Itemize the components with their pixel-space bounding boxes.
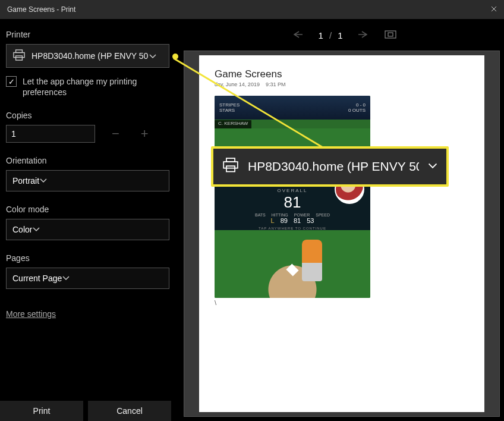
more-settings-link[interactable]: More settings <box>6 309 178 319</box>
copies-minus-button[interactable]: − <box>112 126 119 142</box>
stat-labels: BATS HITTING POWER SPEED <box>215 213 370 217</box>
chevron-down-icon <box>427 159 438 174</box>
chevron-down-icon <box>32 225 40 235</box>
doc-meta: day, June 14, 2019 9:31 PM <box>215 81 469 87</box>
svg-rect-7 <box>223 162 238 168</box>
print-sidebar: Printer HP8D3040.home (HP ENVY 50 ✓ Let … <box>0 19 184 421</box>
close-icon[interactable] <box>491 5 497 14</box>
autochange-label: Let the app change my printing preferenc… <box>23 76 178 98</box>
printer-label: Printer <box>6 30 178 39</box>
next-page-button[interactable] <box>358 30 369 40</box>
callout-text: HP8D3040.home (HP ENVY 50 <box>248 159 419 174</box>
colormode-label: Color mode <box>6 205 178 214</box>
printer-icon <box>222 158 240 176</box>
window-title: Game Screens - Print <box>7 5 491 14</box>
autochange-checkbox[interactable]: ✓ <box>6 76 17 87</box>
colormode-value: Color <box>12 225 32 234</box>
svg-rect-1 <box>14 52 24 57</box>
print-button[interactable]: Print <box>0 401 83 421</box>
printer-value: HP8D3040.home (HP ENVY 50 <box>32 51 148 61</box>
preview-pane: 1 / 1 Game Screens day, June 14, 2019 9:… <box>184 19 504 421</box>
printer-icon <box>12 49 26 63</box>
chevron-down-icon <box>62 274 70 284</box>
copies-input[interactable] <box>6 125 95 143</box>
doc-title: Game Screens <box>215 68 469 80</box>
pitcher-name: C. KERSHAW <box>215 120 251 128</box>
orientation-label: Orientation <box>6 156 178 165</box>
annotation-callout: HP8D3040.home (HP ENVY 50 <box>211 146 449 187</box>
preview-area: Game Screens day, June 14, 2019 9:31 PM … <box>184 51 499 416</box>
preview-sheet: Game Screens day, June 14, 2019 9:31 PM … <box>199 55 484 412</box>
copies-label: Copies <box>6 111 178 120</box>
pages-value: Current Page <box>12 274 62 283</box>
tap-hint: TAP ANYWHERE TO CONTINUE <box>215 227 370 230</box>
page-current: 1 <box>318 30 323 40</box>
game-screenshot: STRIPES0 - 0 STARS0 OUTS C. KERSHAW LF B… <box>215 96 370 298</box>
pages-label: Pages <box>6 253 178 263</box>
preview-toolbar: 1 / 1 <box>184 19 504 51</box>
svg-rect-3 <box>385 31 396 38</box>
annotation-dot <box>172 54 178 59</box>
copies-plus-button[interactable]: + <box>141 126 149 142</box>
prev-page-button[interactable] <box>292 30 303 40</box>
titlebar: Game Screens - Print <box>0 0 504 19</box>
svg-rect-4 <box>388 33 393 36</box>
orientation-value: Portrait <box>12 176 39 186</box>
chevron-down-icon <box>39 176 48 186</box>
page-total: 1 <box>338 30 342 40</box>
colormode-select[interactable]: Color <box>6 219 169 240</box>
pages-select[interactable]: Current Page <box>6 268 169 289</box>
svg-rect-8 <box>226 166 235 171</box>
printer-select[interactable]: HP8D3040.home (HP ENVY 50 <box>6 44 169 68</box>
orientation-select[interactable]: Portrait <box>6 170 169 191</box>
svg-rect-2 <box>16 55 23 59</box>
scoreboard: STRIPES0 - 0 STARS0 OUTS <box>215 96 370 120</box>
stat-values: L 89 81 53 <box>215 217 370 224</box>
cancel-button[interactable]: Cancel <box>88 401 171 421</box>
fit-page-icon[interactable] <box>385 30 396 40</box>
page-slash: / <box>329 30 332 40</box>
